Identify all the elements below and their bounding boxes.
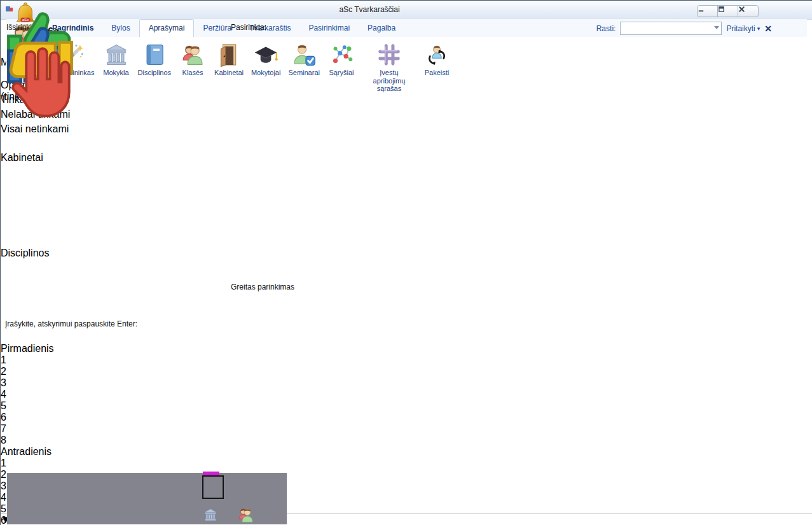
book-icon [141,41,169,69]
chevron-down-icon[interactable] [714,26,719,29]
clear-search-icon[interactable]: ✕ [764,24,772,34]
toolbar-pakeisti[interactable]: Pakeisti [419,39,455,79]
timetable-period-header: 3 [1,377,812,389]
chevron-down-icon[interactable]: ▾ [757,25,760,32]
ribbon-tab-bylos[interactable]: Bylos [102,19,139,37]
toolbar-label: Seminarai [288,69,320,77]
toolbar-label: Disciplinos [138,69,172,77]
quick-selection-label: Greitas parinkimas [231,283,294,291]
maximize-icon[interactable] [718,6,738,17]
grid-icon [375,41,403,69]
asc-timetables-window: aSc Tvarkaraščiai aSc PagrindinisBylosAp… [0,0,812,525]
timetable-day-pirmadienis: Pirmadienis [1,343,118,354]
door-icon [215,41,243,69]
window-controls [697,5,759,17]
timetable-period-header: 4 [1,389,812,400]
sidetab-kabinetai[interactable]: Kabinetai [1,152,13,248]
toolbar-mokykla[interactable]: Mokykla [99,39,134,79]
ribbon-tab-pagalba[interactable]: Pagalba [359,19,404,37]
timetable-period-header: 6 [1,412,812,423]
window-title: aSc Tvarkaraščiai [280,5,458,14]
close-icon[interactable] [738,6,758,17]
apply-button[interactable]: Pritaikyti▾ [726,24,760,33]
toolbar-label: Įvestų apribojimų sąrašas [363,69,415,93]
swap-icon [423,41,451,69]
rating-button-optimal-s-tinkamiausi[interactable]: Optimalūs (tinkamiausi) [1,1,79,15]
search-cluster: Rasti: Pritaikyti▾ ✕ [596,22,772,35]
rating-label: Visai netinkami [1,123,69,134]
school-icon [203,508,218,522]
ribbon-tab-apra-ymai[interactable]: Aprašymai [139,19,195,37]
svg-text:aSc: aSc [22,17,29,22]
network-icon [327,41,355,69]
toolbar-label: Kabinetai [214,69,244,77]
timetable-period-header: 8 [1,435,812,446]
timetable-period-header: 1 [1,354,812,366]
search-input[interactable] [621,23,711,35]
toolbar-s-ry-iai[interactable]: Sąryšiai [324,39,359,79]
seminar-icon [290,41,318,69]
toolbar-label: Pakeisti [425,69,450,77]
toolbar-vest-apribojim-s-ra-as[interactable]: Įvestų apribojimų sąrašas [359,39,419,95]
search-combobox[interactable] [620,22,722,35]
toolbar-klas-s[interactable]: Klasės [175,39,210,79]
type-in-label: Įrašykite, atskyrimui paspauskite Enter: [5,319,137,328]
minimize-icon[interactable] [698,6,718,17]
timetable-period-header: 7 [1,423,812,435]
selected-list-label: Pasirinkta: [231,23,266,32]
toolbar-label: Mokytojai [251,69,280,77]
main-toolbar: Atgal Pagalbininkas Mokykla Disciplinos … [6,37,807,89]
toolbar-seminarai[interactable]: Seminarai [284,39,324,79]
timetable-period-header: 5 [1,400,812,412]
school-icon [102,41,130,69]
toolbar-disciplinos[interactable]: Disciplinos [134,39,175,79]
timetable-period-header: 1 [1,458,812,469]
toolbar-label: Sąryšiai [329,69,354,77]
people-icon [179,41,207,69]
timetable-period-header: 2 [1,366,812,377]
gradcap-icon [252,41,280,69]
toolbar-mokytojai[interactable]: Mokytojai [247,39,284,79]
toolbar-label: Mokykla [103,69,128,77]
timetable-day-antradienis: Antradienis [1,446,119,458]
toolbar-label: Klasės [182,69,203,77]
ribbon-tab-bar: PagrindinisBylosAprašymaiPeržiūraTvarkar… [6,19,807,38]
people-icon [237,507,254,524]
selection-outline [202,475,224,499]
asc-bell-logo-icon[interactable]: aSc [13,2,38,29]
sidetab-disciplinos[interactable]: Disciplinos [1,248,13,343]
background-timetable-area [7,473,287,524]
ribbon-tab-pasirinkimai[interactable]: Pasirinkimai [299,19,359,37]
search-label: Rasti: [596,24,616,33]
toolbar-kabinetai[interactable]: Kabinetai [210,39,247,79]
main-titlebar: aSc Tvarkaraščiai [1,1,812,20]
